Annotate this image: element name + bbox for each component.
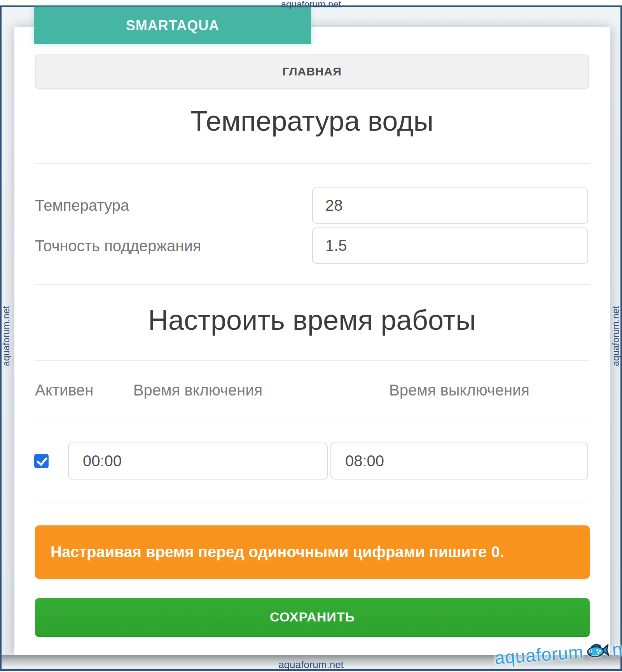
schedule-title: Настроить время работы (35, 303, 589, 337)
temperature-input[interactable] (312, 187, 588, 224)
watermark-left: aquaforum.net (1, 297, 12, 375)
divider (35, 284, 590, 285)
off-time-input[interactable] (330, 443, 588, 480)
alert-text: Настраивая время перед одиночными цифрам… (51, 543, 504, 561)
accuracy-label: Точность поддержания (35, 237, 201, 255)
save-button[interactable]: СОХРАНИТЬ (35, 598, 590, 637)
fish-icon (585, 641, 610, 660)
on-time-input[interactable] (68, 443, 328, 480)
brand-header: SMARTAQUA (34, 7, 311, 44)
temperature-label: Температура (35, 197, 129, 214)
divider (35, 422, 590, 422)
divider (35, 360, 590, 361)
divider (35, 163, 590, 164)
active-checkbox[interactable] (34, 454, 49, 468)
accuracy-input[interactable] (312, 228, 588, 264)
divider (35, 502, 590, 502)
column-header-on-time: Время включения (68, 382, 328, 399)
watermark-right: aquaforum.net (610, 297, 621, 375)
time-format-alert: Настраивая время перед одиночными цифрам… (35, 525, 590, 579)
home-button[interactable]: ГЛАВНАЯ (35, 54, 589, 89)
watermark-top: aquaforum.net (0, 0, 622, 10)
logo-text-net: net (612, 637, 622, 660)
column-header-off-time: Время выключения (330, 382, 588, 399)
water-temperature-title: Температура воды (35, 104, 589, 138)
